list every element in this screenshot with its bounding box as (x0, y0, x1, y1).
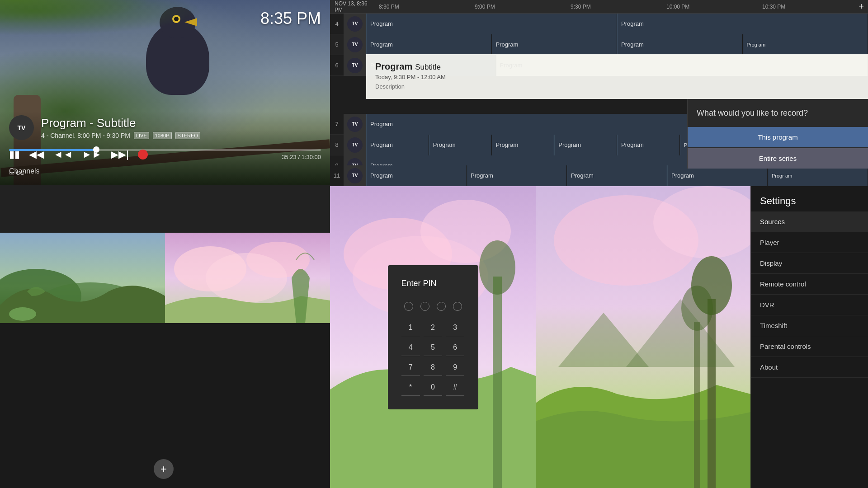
detail-title: Program (375, 61, 412, 72)
epg-program[interactable]: Program (492, 34, 618, 55)
pin-dot-1 (404, 302, 413, 311)
epg-time-slots: 8:30 PM 9:00 PM 9:30 PM 10:00 PM 10:30 P… (375, 0, 854, 14)
ch4-programs: Program Program (366, 14, 868, 34)
ch4-icon: TV (344, 14, 366, 34)
pin-key-0[interactable]: 0 (424, 380, 442, 396)
epg-time-slot-3: 9:30 PM (567, 0, 663, 14)
bottom-right-area (536, 186, 750, 488)
epg-row-ch4: 4 TV Program Program (330, 14, 868, 34)
ch5-icon: TV (344, 34, 366, 55)
settings-item-player[interactable]: Player (751, 232, 868, 253)
settings-item-parental[interactable]: Parental controls (751, 336, 868, 357)
epg-program[interactable]: Program (366, 34, 492, 55)
pin-key-6[interactable]: 6 (446, 340, 464, 356)
epg-program[interactable]: Program (492, 135, 555, 155)
record-entire-series-button[interactable]: Entire series (688, 148, 868, 169)
pin-key-3[interactable]: 3 (446, 320, 464, 336)
player-controls: ▮▮ ◀◀ ◄◄ ►► ▶▶| (9, 149, 321, 160)
ch4-logo: TV (347, 16, 363, 32)
add-button[interactable]: + (154, 459, 174, 479)
pin-dot-3 (437, 302, 446, 311)
thumbnail-2[interactable] (165, 233, 330, 323)
bottom-center-area: Enter PIN 1 2 3 4 5 6 7 8 9 * 0 # (330, 186, 536, 488)
record-question: What would you like to record? (688, 99, 868, 127)
ch5-num: 5 (330, 41, 344, 48)
settings-item-display[interactable]: Display (751, 253, 868, 274)
time-separator: / (298, 154, 301, 160)
pin-keypad: 1 2 3 4 5 6 7 8 9 * 0 # (401, 320, 465, 396)
record-this-program-button[interactable]: This program (688, 127, 868, 147)
pin-key-9[interactable]: 9 (446, 360, 464, 376)
current-time: 8:35 PM (260, 9, 321, 28)
landscape-art (536, 186, 750, 488)
pin-key-1[interactable]: 1 (401, 320, 420, 336)
ch6-icon: TV (344, 55, 366, 76)
settings-panel: Settings Sources Player Display Remote c… (750, 186, 868, 488)
ch6-num: 6 (330, 62, 344, 69)
epg-program[interactable]: Program (366, 135, 429, 155)
pin-key-8[interactable]: 8 (424, 360, 442, 376)
video-player: 8:35 PM TV Program - Subtitle 4 - Channe… (0, 0, 330, 185)
epg-program[interactable]: Program (366, 14, 617, 34)
pin-dot-4 (453, 302, 462, 311)
ch11-icon: TV (344, 165, 366, 186)
pin-key-4[interactable]: 4 (401, 340, 420, 356)
pin-dialog: Enter PIN 1 2 3 4 5 6 7 8 9 * 0 # (330, 186, 536, 488)
epg-program[interactable]: Program (467, 165, 567, 186)
ch11-num: 11 (330, 172, 344, 179)
thumbnail-1[interactable] (0, 233, 165, 323)
channels-label: Channels (9, 167, 40, 175)
ch6-logo: TV (347, 58, 363, 73)
ch7-icon: TV (344, 114, 366, 135)
program-meta: 4 - Channel. 8:00 PM - 9:30 PM LIVE 1080… (41, 132, 200, 139)
badge-stereo: STEREO (175, 132, 200, 139)
thumbnail-2-scene (165, 233, 330, 323)
settings-title: Settings (751, 186, 868, 211)
skip-button[interactable]: ▶▶| (111, 149, 129, 160)
pause-button[interactable]: ▮▮ (9, 149, 20, 160)
epg-header: NOV 13, 8:36 PM 8:30 PM 9:00 PM 9:30 PM … (330, 0, 868, 14)
record-dialog: What would you like to record? This prog… (687, 99, 868, 169)
epg-time-slot-2: 9:00 PM (471, 0, 567, 14)
thumbnail-1-scene (0, 233, 165, 323)
settings-item-about[interactable]: About (751, 357, 868, 378)
settings-item-dvr[interactable]: DVR (751, 295, 868, 315)
elapsed-time: 35:23 (282, 154, 297, 160)
pin-key-7[interactable]: 7 (401, 360, 420, 376)
epg-detail-popup: Program Subtitle Today, 9:30 PM - 12:00 … (366, 54, 868, 99)
total-duration: 1:30:00 (302, 154, 321, 160)
record-button[interactable] (138, 150, 148, 160)
detail-description: Description (375, 83, 859, 90)
pin-key-5[interactable]: 5 (424, 340, 442, 356)
program-text: Program - Subtitle 4 - Channel. 8:00 PM … (41, 116, 200, 139)
pin-key-hash[interactable]: # (446, 380, 464, 396)
bottom-bar (0, 185, 330, 233)
epg-program[interactable]: Program (429, 135, 492, 155)
epg-program[interactable]: Program (366, 114, 739, 135)
pin-dot-2 (420, 302, 429, 311)
epg-program[interactable]: Program (567, 165, 667, 186)
detail-time: Today, 9:30 PM - 12:00 AM (375, 74, 859, 80)
epg-program[interactable]: Program (617, 34, 743, 55)
settings-item-sources[interactable]: Sources (751, 211, 868, 232)
svg-point-3 (9, 307, 36, 321)
pin-title: Enter PIN (401, 279, 465, 288)
epg-program[interactable]: Program (617, 14, 868, 34)
pin-key-2[interactable]: 2 (424, 320, 442, 336)
epg-add-button[interactable]: + (854, 0, 868, 14)
badge-live: LIVE (134, 132, 149, 139)
program-info: TV Program - Subtitle 4 - Channel. 8:00 … (9, 115, 200, 140)
settings-item-remote[interactable]: Remote control (751, 274, 868, 295)
epg-program[interactable]: Program (554, 135, 617, 155)
channel-logo: TV (9, 115, 34, 140)
epg-program[interactable]: Prog am (743, 34, 868, 55)
epg-time-slot-4: 10:00 PM (663, 0, 759, 14)
fast-forward-button[interactable]: ►► (82, 149, 102, 160)
epg-program[interactable]: Program (617, 135, 680, 155)
epg-time-slot-5: 10:30 PM (759, 0, 854, 14)
rewind-button[interactable]: ◄◄ (53, 149, 73, 160)
settings-item-timeshift[interactable]: Timeshift (751, 315, 868, 336)
prev-button[interactable]: ◀◀ (29, 149, 44, 160)
epg-program[interactable]: Program (366, 165, 467, 186)
pin-key-star[interactable]: * (401, 380, 420, 396)
